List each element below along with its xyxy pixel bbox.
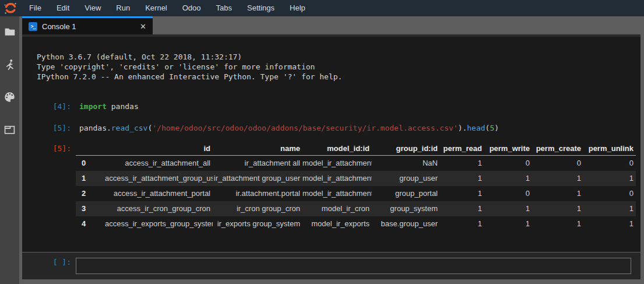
cell: 1 xyxy=(440,201,484,216)
column-header: model_id:id xyxy=(302,142,372,156)
cell: base.group_user xyxy=(372,216,440,232)
cell: access_ir_cron_group_cron xyxy=(105,201,213,216)
banner-line: Python 3.6.7 (default, Oct 22 2018, 11:3… xyxy=(37,52,641,62)
cell: 0 xyxy=(532,156,583,171)
cell: 1 xyxy=(583,171,636,186)
odoo-sh-logo-icon xyxy=(3,1,18,15)
cell: 1 xyxy=(484,201,532,216)
tab-bar: >_ Console 1 ✕ xyxy=(22,16,641,34)
column-header: group_id:id xyxy=(372,142,440,156)
cell: access_ir_attachment_group_user xyxy=(105,171,213,186)
cell: access_ir_exports_group_system xyxy=(105,216,213,232)
menu-file[interactable]: File xyxy=(22,0,49,16)
code-input[interactable] xyxy=(76,258,631,274)
cell: group_user xyxy=(372,171,440,186)
cell: ir_attachment all xyxy=(213,156,302,171)
cell: 1 xyxy=(484,171,532,186)
cell: model_ir_attachment xyxy=(302,171,372,186)
menu-bar: FileEditViewRunKernelOdooTabsSettingsHel… xyxy=(0,0,644,16)
cell: 1 xyxy=(484,216,532,232)
cell: group_system xyxy=(372,201,440,216)
code-cell-4: [4]:import pandas xyxy=(22,102,641,111)
cell: model_ir_attachment xyxy=(302,156,372,171)
cell: 1 xyxy=(583,216,636,232)
table-row: 0access_ir_attachment_allir_attachment a… xyxy=(76,156,636,171)
cell: 1 xyxy=(440,216,484,232)
code-cell-5: [5]:pandas.read_csv('/home/odoo/src/odoo… xyxy=(22,124,641,132)
cell: 1 xyxy=(440,171,484,186)
row-index: 3 xyxy=(76,201,105,216)
cell: 0 xyxy=(583,186,636,201)
menu-settings[interactable]: Settings xyxy=(240,0,282,16)
input-prompt: [5]: xyxy=(22,124,76,132)
cell: 1 xyxy=(583,201,636,216)
cell: ir_cron group_cron xyxy=(213,201,302,216)
console-input-area: [ ]: xyxy=(22,252,641,279)
banner-line: IPython 7.2.0 -- An enhanced Interactive… xyxy=(37,72,641,82)
console-icon: >_ xyxy=(29,22,37,31)
cell: ir_attachment group_user xyxy=(213,171,302,186)
dataframe-table: idnamemodel_id:idgroup_id:idperm_readper… xyxy=(76,142,636,232)
cell: ir.attachment.portal xyxy=(213,186,302,201)
console-output: Python 3.6.7 (default, Oct 22 2018, 11:3… xyxy=(22,37,641,252)
row-index: 4 xyxy=(76,216,105,232)
output-cell-5: [5]: idnamemodel_id:idgroup_id:idperm_re… xyxy=(22,142,641,232)
running-kernels-icon[interactable] xyxy=(4,58,16,70)
table-row: 2access_ir_attachment_portalir.attachmen… xyxy=(76,186,636,201)
tab-console-1[interactable]: >_ Console 1 ✕ xyxy=(22,16,153,34)
menu-odoo[interactable]: Odoo xyxy=(175,0,209,16)
cell: 0 xyxy=(583,156,636,171)
column-header: name xyxy=(213,142,302,156)
input-prompt: [ ]: xyxy=(22,258,76,267)
cell: NaN xyxy=(372,156,440,171)
cell: 1 xyxy=(440,186,484,201)
table-row: 4access_ir_exports_group_systemir_export… xyxy=(76,216,636,232)
menu-help[interactable]: Help xyxy=(282,0,313,16)
cell: 1 xyxy=(532,171,583,186)
left-sidebar xyxy=(0,16,19,284)
column-header: perm_write xyxy=(484,142,532,156)
input-prompt: [4]: xyxy=(22,102,76,111)
row-index: 2 xyxy=(76,186,105,201)
code-line: pandas.read_csv('/home/odoo/src/odoo/odo… xyxy=(76,124,499,132)
menu-items: FileEditViewRunKernelOdooTabsSettingsHel… xyxy=(22,0,313,16)
cell: ir_exports group_system xyxy=(213,216,302,232)
cell: access_ir_attachment_all xyxy=(105,156,213,171)
menu-edit[interactable]: Edit xyxy=(49,0,77,16)
cell: 1 xyxy=(532,216,583,232)
column-header: perm_read xyxy=(440,142,484,156)
column-header: perm_create xyxy=(532,142,583,156)
column-header: id xyxy=(105,142,213,156)
output-prompt: [5]: xyxy=(22,142,76,156)
code-line: import pandas xyxy=(76,102,139,111)
ipython-banner: Python 3.6.7 (default, Oct 22 2018, 11:3… xyxy=(22,52,641,82)
row-index: 1 xyxy=(76,171,105,186)
cell: 0 xyxy=(484,186,532,201)
command-palette-icon[interactable] xyxy=(4,91,16,103)
console-panel: Python 3.6.7 (default, Oct 22 2018, 11:3… xyxy=(22,34,641,279)
menu-view[interactable]: View xyxy=(77,0,108,16)
cell: 1 xyxy=(532,186,583,201)
cell: group_portal xyxy=(372,186,440,201)
banner-line: Type 'copyright', 'credits' or 'license'… xyxy=(37,62,641,72)
cell: model_ir_exports xyxy=(302,216,372,232)
column-header: perm_unlink xyxy=(583,142,636,156)
cell: access_ir_attachment_portal xyxy=(105,186,213,201)
table-row: 3access_ir_cron_group_cronir_cron group_… xyxy=(76,201,636,216)
table-row: 1access_ir_attachment_group_userir_attac… xyxy=(76,171,636,186)
cell: model_ir_cron xyxy=(302,201,372,216)
cell: model_ir_attachment xyxy=(302,186,372,201)
menu-kernel[interactable]: Kernel xyxy=(138,0,175,16)
menu-tabs[interactable]: Tabs xyxy=(209,0,240,16)
file-browser-icon[interactable] xyxy=(4,26,16,37)
open-tabs-icon[interactable] xyxy=(4,124,16,135)
tab-title: Console 1 xyxy=(42,22,138,31)
menu-run[interactable]: Run xyxy=(108,0,138,16)
tab-close-icon[interactable]: ✕ xyxy=(138,22,148,31)
column-header xyxy=(76,142,105,156)
cell: 1 xyxy=(532,201,583,216)
cell: 0 xyxy=(484,156,532,171)
cell: 1 xyxy=(440,156,484,171)
row-index: 0 xyxy=(76,156,105,171)
